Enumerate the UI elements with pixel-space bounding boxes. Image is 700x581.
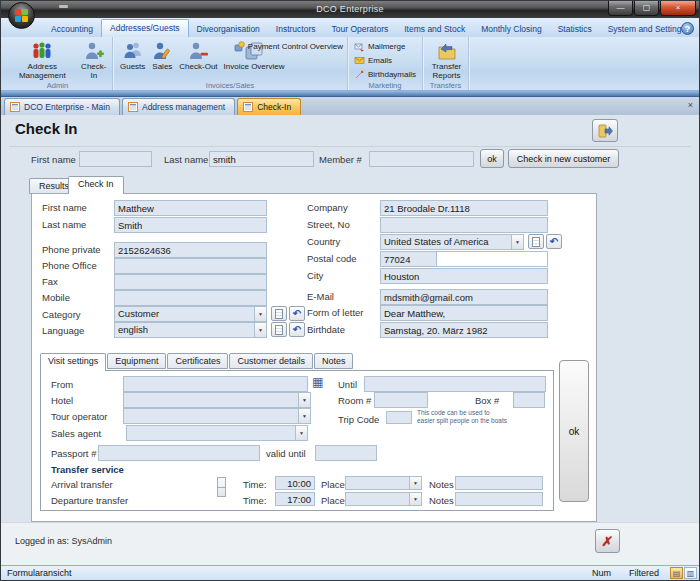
street-input[interactable] bbox=[380, 217, 548, 233]
address-management-button[interactable]: Address Management bbox=[7, 39, 78, 82]
tour-operator-dropdown[interactable] bbox=[123, 408, 311, 424]
mailmerge-icon bbox=[354, 41, 365, 52]
sales-agent-dropdown[interactable] bbox=[126, 425, 308, 441]
payment-icon bbox=[234, 41, 245, 52]
doc-tab-address-management[interactable]: Address management bbox=[122, 98, 235, 115]
tab-notes[interactable]: Notes bbox=[314, 353, 354, 369]
close-button[interactable]: × bbox=[660, 1, 696, 16]
tab-visit-settings[interactable]: Visit settings bbox=[40, 353, 106, 371]
tab-equipment[interactable]: Equipment bbox=[107, 353, 166, 369]
departure-place-dropdown[interactable] bbox=[345, 492, 422, 506]
payment-control-overview-button[interactable]: Payment Control Overview bbox=[234, 40, 343, 53]
search-last-name-input[interactable] bbox=[209, 151, 314, 167]
close-form-button[interactable]: ✗ bbox=[595, 529, 620, 553]
birthdaymails-button[interactable]: Birthdaymails bbox=[354, 68, 422, 81]
doc-tab-check-in[interactable]: Check-In bbox=[237, 98, 301, 115]
chevron-down-icon bbox=[409, 493, 421, 505]
phone-office-input[interactable] bbox=[114, 258, 267, 274]
close-document-icon[interactable]: × bbox=[688, 100, 693, 110]
from-label: From bbox=[51, 379, 73, 390]
person-add-icon bbox=[83, 40, 105, 62]
form-view-icon[interactable]: ▤ bbox=[670, 567, 683, 579]
ribbon-tab-system-settings[interactable]: System and Settings bbox=[600, 21, 694, 37]
company-input[interactable] bbox=[380, 200, 548, 216]
arrival-time-input[interactable] bbox=[275, 476, 315, 490]
form-mini-icon bbox=[275, 309, 283, 319]
valid-until-input[interactable] bbox=[315, 445, 377, 461]
search-first-name-input[interactable] bbox=[79, 151, 152, 167]
design-view-icon[interactable]: ▥ bbox=[684, 567, 697, 579]
check-out-button[interactable]: Check-Out bbox=[176, 39, 220, 73]
language-edit-button[interactable] bbox=[271, 322, 287, 337]
ribbon-tab-statistics[interactable]: Statistics bbox=[550, 21, 600, 37]
doc-tab-main[interactable]: DCO Enterprise - Main bbox=[4, 98, 120, 115]
arrival-place-dropdown[interactable] bbox=[345, 476, 422, 490]
country-dropdown[interactable]: United States of America bbox=[380, 234, 524, 250]
ribbon-tab-items-stock[interactable]: Items and Stock bbox=[396, 21, 473, 37]
tab-customer-details[interactable]: Customer details bbox=[229, 353, 313, 369]
city-label: City bbox=[307, 270, 323, 281]
arrival-notes-input[interactable] bbox=[455, 476, 543, 490]
help-icon[interactable]: ? bbox=[681, 22, 694, 35]
room-input[interactable] bbox=[374, 392, 428, 408]
language-value: english bbox=[115, 323, 254, 337]
ribbon-tab-addresses-guests[interactable]: Addresses/Guests bbox=[101, 19, 188, 37]
until-input[interactable] bbox=[364, 376, 546, 392]
doc-tab-main-label: DCO Enterprise - Main bbox=[24, 102, 110, 112]
calendar-icon[interactable]: ▦ bbox=[312, 376, 323, 388]
tab-check-in[interactable]: Check In bbox=[68, 176, 124, 194]
language-undo-button[interactable]: ↶ bbox=[289, 322, 305, 337]
category-edit-button[interactable] bbox=[271, 306, 287, 321]
filtered-status[interactable]: Filtered bbox=[629, 568, 659, 578]
hotel-dropdown[interactable] bbox=[123, 392, 311, 408]
search-ok-button[interactable]: ok bbox=[480, 149, 504, 168]
trip-code-input[interactable] bbox=[386, 411, 412, 424]
first-name-input[interactable] bbox=[114, 200, 267, 216]
checkin-ok-button[interactable]: ok bbox=[559, 360, 589, 502]
city-input[interactable] bbox=[380, 268, 548, 284]
tab-certificates[interactable]: Certificates bbox=[167, 353, 228, 369]
departure-time-input[interactable] bbox=[275, 492, 315, 506]
passport-input[interactable] bbox=[98, 445, 260, 461]
mailmerge-button[interactable]: Mailmerge bbox=[354, 40, 422, 53]
exit-checkin-button[interactable] bbox=[592, 119, 618, 142]
office-orb-button[interactable] bbox=[8, 2, 35, 29]
language-dropdown[interactable]: english bbox=[114, 322, 267, 338]
birthdate-input[interactable] bbox=[380, 322, 548, 338]
postal-code-lookup-input[interactable] bbox=[436, 251, 548, 267]
ribbon-group-invoices-sales: Guests Sales Check-Out bbox=[113, 37, 348, 90]
ribbon-tab-diveorganisation[interactable]: Diveorganisation bbox=[189, 21, 268, 37]
country-undo-button[interactable]: ↶ bbox=[546, 234, 562, 249]
from-input[interactable] bbox=[123, 376, 308, 392]
form-of-letter-input[interactable] bbox=[380, 305, 548, 321]
transfer-service-heading: Transfer service bbox=[51, 464, 124, 475]
transfer-spinner[interactable] bbox=[217, 477, 226, 497]
mobile-input[interactable] bbox=[114, 290, 267, 306]
category-dropdown[interactable]: Customer bbox=[114, 306, 267, 322]
transfer-reports-button[interactable]: Transfer Reports bbox=[427, 39, 466, 82]
quick-access-icon[interactable] bbox=[59, 5, 68, 8]
postal-code-input[interactable] bbox=[380, 251, 437, 267]
ribbon-tab-tour-operators[interactable]: Tour Operators bbox=[324, 21, 397, 37]
category-undo-button[interactable]: ↶ bbox=[289, 306, 305, 321]
maximize-button[interactable]: ▢ bbox=[634, 1, 659, 16]
emails-button[interactable]: Emails bbox=[354, 54, 422, 67]
ribbon-tab-instructors[interactable]: Instructors bbox=[268, 21, 324, 37]
departure-notes-input[interactable] bbox=[455, 492, 543, 506]
email-input[interactable] bbox=[380, 289, 548, 305]
guests-button[interactable]: Guests bbox=[117, 39, 148, 73]
chevron-down-icon bbox=[298, 409, 310, 423]
last-name-input[interactable] bbox=[114, 217, 267, 233]
sales-button[interactable]: Sales bbox=[148, 39, 176, 73]
minimize-button[interactable]: — bbox=[608, 1, 633, 16]
search-member-input[interactable] bbox=[369, 151, 474, 167]
check-in-button[interactable]: Check-In bbox=[78, 39, 110, 82]
ribbon-tab-monthly-closing[interactable]: Monthly Closing bbox=[473, 21, 549, 37]
box-input[interactable] bbox=[513, 392, 545, 408]
fax-input[interactable] bbox=[114, 274, 267, 290]
ribbon-tab-accounting[interactable]: Accounting bbox=[43, 21, 101, 37]
phone-private-input[interactable] bbox=[114, 242, 267, 258]
country-edit-button[interactable] bbox=[528, 234, 544, 249]
ribbon-tab-bar: Accounting Addresses/Guests Diveorganisa… bbox=[1, 18, 699, 37]
check-in-new-customer-button[interactable]: Check in new customer bbox=[508, 149, 619, 168]
